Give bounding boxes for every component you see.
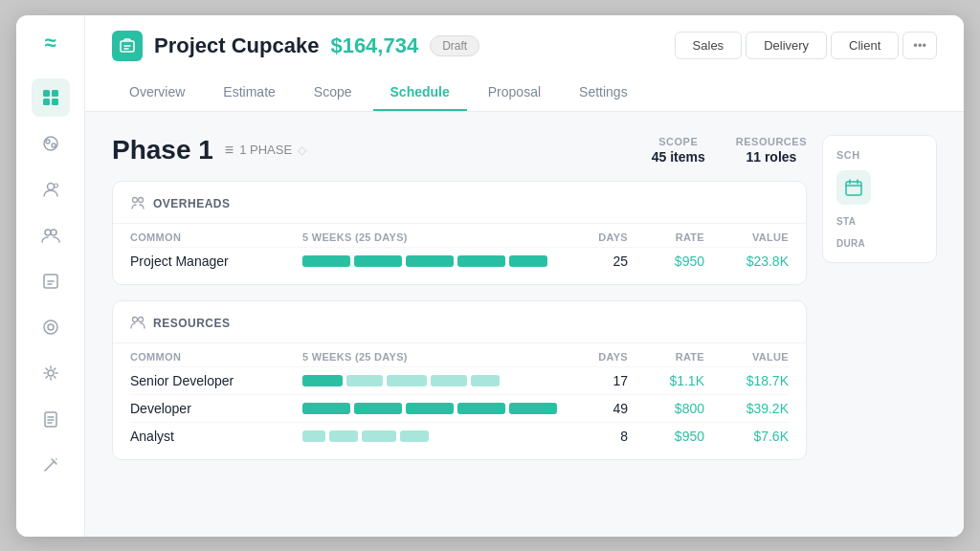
calendar-icon — [836, 170, 871, 205]
svg-point-14 — [48, 370, 54, 376]
svg-rect-2 — [43, 99, 50, 105]
res-col-weeks: 5 WEEKS (25 DAYS) — [302, 351, 559, 363]
bar-s3 — [387, 375, 427, 386]
project-title: Project Cupcake — [154, 33, 319, 58]
duration-sub: DURA — [836, 238, 923, 249]
start-label: Sta — [836, 216, 923, 227]
scope-stat: SCOPE 45 items — [652, 136, 705, 165]
more-button[interactable]: ••• — [902, 32, 937, 59]
res-col-headers: COMMON 5 WEEKS (25 DAYS) DAYS RATE VALUE — [130, 343, 789, 366]
table-row: Analyst 8 $950 $7.6K — [130, 422, 789, 450]
overheads-card: OVERHEADS COMMON 5 WEEKS (25 DAYS) DAYS … — [112, 181, 807, 285]
right-panel: SCH Sta DURA — [822, 135, 937, 514]
status-badge: Draft — [430, 35, 479, 56]
svg-point-10 — [51, 230, 56, 235]
svg-point-4 — [44, 137, 57, 150]
header-top: Project Cupcake $164,734 Draft Sales Del… — [112, 31, 937, 61]
svg-point-12 — [44, 320, 57, 334]
main-content: Project Cupcake $164,734 Draft Sales Del… — [85, 15, 964, 537]
resources-card: RESOURCES COMMON 5 WEEKS (25 DAYS) DAYS … — [112, 300, 807, 460]
sidebar-item-team[interactable] — [32, 216, 70, 254]
sidebar-item-settings[interactable] — [32, 354, 70, 392]
table-row: Senior Developer 17 $1.1K $18.7K — [130, 366, 789, 394]
res-row-2-value: $39.2K — [712, 401, 789, 416]
res-row-3-name: Analyst — [130, 429, 302, 444]
phase-meta-diamond: ◇ — [298, 143, 306, 157]
resources-value: 11 roles — [736, 149, 807, 165]
oh-row-days: 25 — [559, 253, 635, 269]
delivery-button[interactable]: Delivery — [746, 32, 827, 59]
svg-point-9 — [45, 230, 51, 235]
res-row-2-name: Developer — [130, 401, 302, 416]
oh-col-common: COMMON — [130, 231, 302, 243]
res-row-1-rate: $1.1K — [635, 373, 712, 388]
oh-col-weeks: 5 WEEKS (25 DAYS) — [302, 231, 559, 243]
phase-meta-icon: ≡ — [225, 142, 234, 159]
sidebar-item-dashboard[interactable] — [32, 78, 70, 117]
svg-point-8 — [54, 184, 57, 187]
sidebar: ≈ — [16, 15, 85, 537]
sidebar-item-reports[interactable] — [32, 400, 70, 438]
sidebar-item-explore[interactable] — [32, 124, 70, 163]
overheads-col-headers: COMMON 5 WEEKS (25 DAYS) DAYS RATE VALUE — [130, 224, 789, 247]
res-row-3-rate: $950 — [635, 429, 712, 444]
table-row: Developer 49 $800 $39.2K — [130, 394, 789, 422]
tab-scope[interactable]: Scope — [297, 75, 369, 111]
overheads-table: COMMON 5 WEEKS (25 DAYS) DAYS RATE VALUE… — [113, 224, 806, 284]
sidebar-item-magic[interactable] — [32, 446, 70, 484]
res-row-2-rate: $800 — [635, 401, 712, 416]
project-icon — [112, 31, 143, 61]
phase-header: Phase 1 ≡ 1 PHASE ◇ SCOPE 45 items — [112, 135, 807, 165]
bar-s5 — [471, 375, 500, 386]
bar-a1 — [302, 430, 325, 442]
res-row-1-days: 17 — [559, 373, 635, 388]
table-row: Project Manager 25 $950 $23.8K — [130, 247, 789, 275]
bar-1 — [302, 255, 350, 267]
svg-point-5 — [46, 140, 50, 143]
resources-table: COMMON 5 WEEKS (25 DAYS) DAYS RATE VALUE… — [113, 343, 806, 459]
bar-4 — [457, 255, 505, 267]
nav-tabs: Overview Estimate Scope Schedule Proposa… — [112, 75, 937, 111]
bar-d3 — [406, 403, 454, 414]
tab-settings[interactable]: Settings — [562, 75, 645, 111]
client-button[interactable]: Client — [831, 32, 899, 59]
bar-a4 — [400, 430, 429, 442]
bar-5 — [509, 255, 547, 267]
res-row-3-days: 8 — [559, 429, 635, 444]
bar-d5 — [509, 403, 557, 414]
res-row-3-value: $7.6K — [712, 429, 789, 444]
bar-d1 — [302, 403, 350, 414]
tab-proposal[interactable]: Proposal — [471, 75, 558, 111]
bar-s2 — [346, 375, 383, 386]
svg-point-7 — [47, 183, 54, 189]
oh-row-name: Project Manager — [130, 253, 302, 269]
svg-point-17 — [133, 197, 138, 202]
tab-schedule[interactable]: Schedule — [373, 75, 467, 111]
title-area: Project Cupcake $164,734 Draft — [112, 31, 479, 61]
tab-overview[interactable]: Overview — [112, 75, 202, 111]
oh-row-value: $23.8K — [712, 253, 789, 269]
oh-row-bars — [302, 255, 559, 267]
svg-point-20 — [139, 317, 144, 321]
tab-estimate[interactable]: Estimate — [206, 75, 292, 111]
resources-icon — [130, 315, 145, 333]
bar-s4 — [431, 375, 467, 386]
svg-point-18 — [139, 197, 144, 202]
svg-point-19 — [133, 317, 138, 321]
res-row-1-value: $18.7K — [712, 373, 789, 388]
bar-s1 — [302, 375, 343, 386]
phase-title: Phase 1 — [112, 135, 213, 165]
project-amount: $164,734 — [330, 33, 418, 58]
bar-a2 — [329, 430, 358, 442]
sidebar-item-projects[interactable] — [32, 262, 70, 300]
scope-label: SCOPE — [652, 136, 705, 147]
sales-button[interactable]: Sales — [675, 32, 743, 59]
sidebar-item-clients[interactable] — [32, 170, 70, 209]
res-col-rate: RATE — [635, 351, 712, 363]
svg-rect-0 — [43, 90, 50, 97]
sidebar-item-design[interactable] — [32, 308, 70, 346]
svg-point-6 — [52, 143, 56, 147]
phase-meta-label: 1 PHASE — [239, 143, 292, 157]
resources-stat: RESOURCES 11 roles — [736, 136, 807, 165]
start-info: Sta — [836, 216, 923, 227]
